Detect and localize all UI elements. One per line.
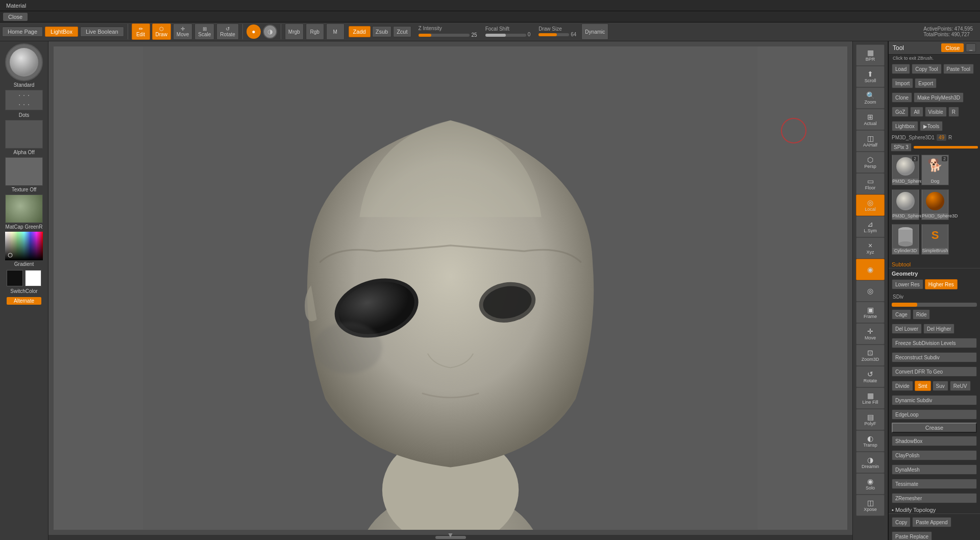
right-icon-Line Fill[interactable]: ▦Line Fill [856, 387, 885, 409]
geometry-title[interactable]: Geometry [889, 269, 980, 277]
rgb-button[interactable]: Rgb [306, 23, 324, 40]
close-button[interactable]: Close [3, 13, 28, 21]
mrgb-button[interactable]: Mrgb [285, 23, 304, 40]
clone-button[interactable]: Clone [892, 92, 912, 103]
brush-thumbnail[interactable] [5, 43, 43, 81]
color-picker[interactable] [5, 232, 43, 260]
tools-button[interactable]: ▶Tools [920, 121, 943, 131]
right-icon-Floor[interactable]: ▭Floor [856, 173, 885, 194]
right-icon-Solo[interactable]: ◉Solo [856, 473, 885, 495]
tool-thumb-sphere1[interactable]: 2 PM3D_Sphere3D [892, 155, 919, 185]
tessimate-button[interactable]: Tessimate [892, 479, 977, 489]
minimize-button[interactable]: _ [966, 43, 976, 52]
freeze-subdiv-button[interactable]: Freeze SubDivision Levels [892, 338, 977, 348]
all-button[interactable]: All [910, 107, 923, 117]
move-button[interactable]: ✛ Move [173, 23, 192, 40]
del-higher-button[interactable]: Del Higher [923, 324, 954, 334]
visible-button[interactable]: Visible [925, 107, 947, 117]
make-polymesh-button[interactable]: Make PolyMesh3D [914, 92, 964, 103]
right-icon-Xyz[interactable]: ×Xyz [856, 237, 885, 259]
right-icon-Scroll[interactable]: ⬆Scroll [856, 66, 885, 87]
copy-tool-button[interactable]: Copy Tool [912, 64, 941, 74]
subtool-section[interactable]: Subtool [889, 260, 980, 268]
zsub-button[interactable]: Zsub [372, 26, 391, 37]
right-icon-Frame[interactable]: ▣Frame [856, 302, 885, 323]
right-icon-Persp[interactable]: ⬡Persp [856, 152, 885, 173]
dynamic-button[interactable]: Dynamic [581, 23, 608, 40]
reconstruct-button[interactable]: Reconstruct Subdiv [892, 352, 977, 362]
right-icon-Local[interactable]: ◎Local [856, 194, 885, 216]
swatch-black[interactable] [7, 270, 23, 286]
del-lower-button[interactable]: Del Lower [892, 324, 922, 334]
spix-slider[interactable] [914, 146, 978, 149]
matcap-thumbnail[interactable] [5, 194, 43, 223]
rotate-button[interactable]: ↺ Rotate [216, 23, 238, 40]
spix-button[interactable]: SPix 3 [891, 143, 912, 152]
dynamesh-button[interactable]: DynaMesh [892, 464, 977, 475]
paste-tool-button[interactable]: Paste Tool [943, 64, 974, 74]
right-icon-Actual[interactable]: ⊞Actual [856, 109, 885, 130]
paste-append-button[interactable]: Paste Append [912, 517, 951, 527]
divide-button[interactable]: Divide [892, 381, 913, 391]
claypolish-button[interactable]: ClayPolish [892, 450, 977, 460]
smt-button[interactable]: Smt [915, 381, 931, 391]
r-button[interactable]: R [948, 107, 959, 117]
lightbox-button[interactable]: LightBox [45, 27, 78, 37]
z-intensity-track[interactable] [419, 34, 470, 37]
zadd-button[interactable]: Zadd [349, 26, 371, 37]
zremesher-button[interactable]: ZRemesher [892, 493, 977, 503]
alternate-button[interactable]: Alternate [7, 297, 41, 305]
sphere-icon-2[interactable]: ◑ [263, 24, 277, 39]
ride-button[interactable]: Ride [913, 309, 930, 320]
cage-button[interactable]: Cage [892, 309, 911, 320]
copy-button[interactable]: Copy [892, 517, 911, 527]
load-button[interactable]: Load [892, 64, 910, 74]
export-button[interactable]: Export [915, 78, 937, 88]
right-icon-10[interactable]: ◉ [856, 259, 885, 280]
focal-shift-track[interactable] [485, 34, 526, 37]
dynamic-subdiv-button[interactable]: Dynamic Subdiv [892, 395, 977, 405]
swatch-white[interactable] [25, 270, 41, 286]
texture-thumbnail[interactable] [5, 157, 43, 186]
right-icon-Move[interactable]: ✛Move [856, 323, 885, 345]
right-icon-Dreamin[interactable]: ◑Dreamin [856, 452, 885, 473]
draw-button[interactable]: ⬡ Draw [152, 23, 171, 40]
right-icon-AAHalf[interactable]: ◫AAHalf [856, 130, 885, 152]
right-icon-Rotate[interactable]: ↺Rotate [856, 366, 885, 387]
canvas-area[interactable]: ▼ [48, 41, 852, 540]
m-button[interactable]: M [326, 23, 345, 40]
home-page-button[interactable]: Home Page [2, 27, 43, 37]
zcut-button[interactable]: Zcut [393, 26, 411, 37]
reuv-button[interactable]: ReUV [950, 381, 971, 391]
right-icon-L.Sym[interactable]: ⊿L.Sym [856, 216, 885, 237]
scale-button[interactable]: ⊞ Scale [194, 23, 214, 40]
menu-item-material[interactable]: Material [2, 0, 40, 11]
right-icon-Transp[interactable]: ◐Transp [856, 430, 885, 452]
right-icon-11[interactable]: ◎ [856, 280, 885, 302]
draw-size-track[interactable] [538, 33, 569, 36]
tool-thumb-dog[interactable]: 🐕 2 Dog [921, 155, 949, 185]
alpha-thumbnail[interactable] [5, 120, 43, 149]
lightbox-tool-button[interactable]: Lightbox [892, 121, 918, 131]
sphere-icon-1[interactable]: ● [247, 24, 261, 39]
live-boolean-button[interactable]: Live Boolean [80, 27, 124, 37]
edgeloop-button[interactable]: EdgeLoop [892, 409, 977, 420]
modify-topology-section[interactable]: • Modify Topology [889, 505, 980, 514]
suv-button[interactable]: Suv [933, 381, 948, 391]
import-button[interactable]: Import [892, 78, 913, 88]
shadowbox-button[interactable]: ShadowBox [892, 436, 977, 446]
dots-thumbnail[interactable]: · · ·· · · [5, 90, 43, 110]
tool-thumb-simple-brush[interactable]: S SimpleBrush [921, 224, 949, 255]
right-icon-Zoom[interactable]: 🔍Zoom [856, 87, 885, 109]
tool-thumb-cylinder[interactable]: Cylinder3D [892, 224, 919, 255]
goz-button[interactable]: GoZ [892, 107, 909, 117]
tool-thumb-sphere4[interactable]: PM3D_Sphere3D [921, 189, 949, 220]
right-icon-Xpose[interactable]: ◫Xpose [856, 495, 885, 516]
paste-replace-button[interactable]: Paste Replace [892, 531, 932, 540]
right-icon-BPR[interactable]: ▦BPR [856, 44, 885, 66]
right-icon-PolyF[interactable]: ▤PolyF [856, 409, 885, 430]
edit-button[interactable]: ✏ Edit [132, 23, 150, 40]
tool-thumb-sphere3[interactable]: PM3D_Sphere3D [892, 189, 919, 220]
tool-close-button[interactable]: Close [941, 43, 964, 52]
crease-button[interactable]: Crease [892, 423, 977, 433]
